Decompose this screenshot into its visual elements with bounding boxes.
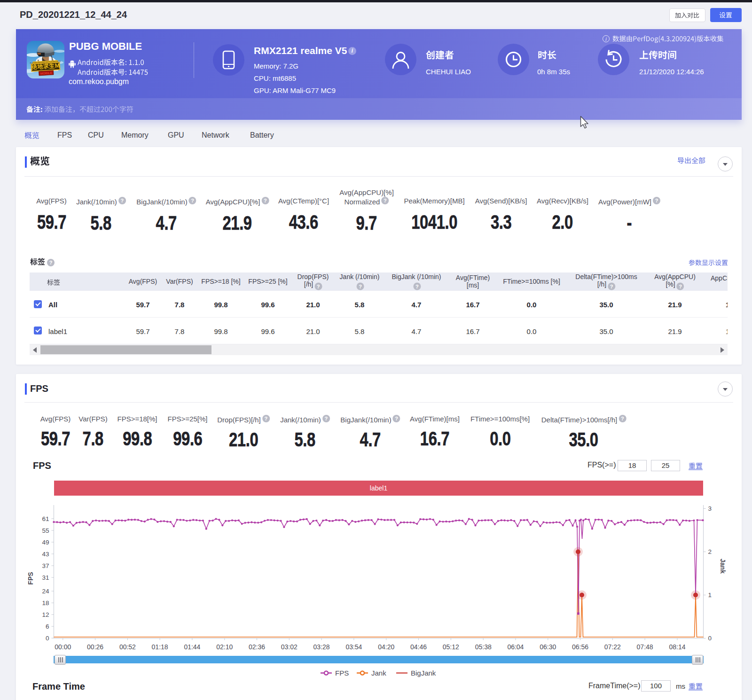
svg-text:FPS: FPS [335,669,349,677]
svg-text:Jank: Jank [371,669,386,677]
svg-text:49: 49 [42,539,49,546]
svg-text:03:28: 03:28 [313,643,330,651]
svg-text:0: 0 [708,635,712,642]
svg-text:04:46: 04:46 [410,643,427,651]
svg-text:12: 12 [42,611,49,618]
svg-text:01:18: 01:18 [152,643,168,651]
svg-text:24: 24 [42,588,49,595]
svg-text:1: 1 [708,591,712,599]
svg-text:06:30: 06:30 [540,643,556,651]
svg-text:Jank: Jank [719,559,727,574]
svg-text:55: 55 [42,527,49,534]
svg-text:06:04: 06:04 [507,643,524,651]
svg-text:00:26: 00:26 [87,643,103,651]
svg-text:61: 61 [42,515,49,522]
svg-text:BigJank: BigJank [411,669,436,677]
svg-text:02:10: 02:10 [216,643,233,651]
svg-text:43: 43 [42,551,49,558]
svg-text:00:00: 00:00 [55,643,71,651]
svg-text:05:38: 05:38 [475,643,492,651]
svg-text:2: 2 [708,548,712,555]
svg-text:03:54: 03:54 [345,643,362,651]
svg-text:03:02: 03:02 [281,643,298,651]
svg-text:07:22: 07:22 [604,643,621,651]
svg-text:05:12: 05:12 [443,643,459,651]
svg-text:06:56: 06:56 [572,643,588,651]
svg-text:04:20: 04:20 [378,643,394,651]
svg-text:37: 37 [42,562,49,569]
svg-text:6: 6 [46,623,49,630]
svg-text:18: 18 [42,599,49,607]
svg-text:02:36: 02:36 [249,643,265,651]
svg-text:0: 0 [46,635,49,642]
svg-text:08:14: 08:14 [669,643,685,651]
svg-text:07:48: 07:48 [637,643,653,651]
svg-text:31: 31 [42,574,49,581]
svg-text:FPS: FPS [27,572,34,584]
svg-text:01:44: 01:44 [184,643,200,651]
svg-text:3: 3 [708,505,712,512]
svg-text:00:52: 00:52 [119,643,136,651]
